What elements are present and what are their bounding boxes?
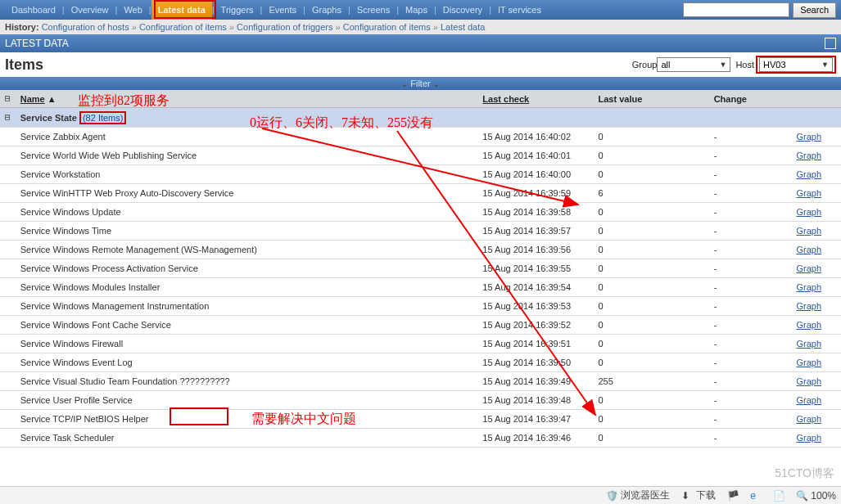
cell-value: 0 [594,316,709,335]
graph-link[interactable]: Graph [796,132,821,142]
cell-name: Service Windows Management Instrumentati… [16,297,478,316]
cell-change: - [709,203,792,222]
page-heading: Items [5,56,43,74]
cell-check: 15 Aug 2014 16:40:02 [477,128,593,146]
cell-value: 0 [594,297,709,316]
graph-link[interactable]: Graph [796,151,821,160]
cell-change: - [709,316,792,335]
table-row: Service TCP/IP NetBIOS Helper15 Aug 2014… [0,410,841,429]
flag-icon[interactable]: 🏴 [727,490,739,502]
graph-link[interactable]: Graph [796,301,821,311]
history-link[interactable]: Configuration of items [139,22,227,32]
history-link[interactable]: Configuration of triggers [237,22,332,32]
cell-name: Service WinHTTP Web Proxy Auto-Discovery… [16,184,478,203]
table-row: Service Task Scheduler15 Aug 2014 16:39:… [0,429,841,448]
cell-check: 15 Aug 2014 16:39:51 [477,335,593,353]
graph-link[interactable]: Graph [796,169,821,179]
col-value-header: Last value [599,94,643,104]
cell-change: - [709,410,792,429]
table-row: Service Windows Time15 Aug 2014 16:39:57… [0,222,841,241]
graph-link[interactable]: Graph [796,263,821,273]
cell-name: Service Visual Studio Team Foundation ??… [16,372,478,391]
nav-item-screens[interactable]: Screens [350,0,396,20]
col-change-header: Change [714,94,747,104]
graph-link[interactable]: Graph [796,414,821,424]
nav-item-latest-data[interactable]: Latest data [151,0,212,20]
ie-icon[interactable]: e [750,490,762,502]
download-icon: ⬇ [681,490,693,502]
graph-link[interactable]: Graph [796,226,821,236]
nav-item-dashboard[interactable]: Dashboard [5,0,62,20]
cell-change: - [709,241,792,259]
cell-check: 15 Aug 2014 16:39:47 [477,410,593,429]
collapse-all-icon[interactable]: ⊟ [5,93,11,104]
graph-link[interactable]: Graph [796,433,821,443]
cell-change: - [709,297,792,316]
cell-check: 15 Aug 2014 16:39:59 [477,184,593,203]
graph-link[interactable]: Graph [796,320,821,330]
cell-value: 0 [594,429,709,448]
nav-item-it-services[interactable]: IT services [491,0,548,20]
graph-link[interactable]: Graph [796,339,821,349]
graph-link[interactable]: Graph [796,376,821,386]
group-label: Group [632,60,658,70]
data-table: ⊟ Name ▲ Last check Last value Change ⊟ … [0,90,841,448]
graph-link[interactable]: Graph [796,207,821,217]
history-label: History: [5,22,39,32]
cell-check: 15 Aug 2014 16:39:53 [477,297,593,316]
history-link[interactable]: Configuration of hosts [42,22,129,32]
nav-item-events[interactable]: Events [262,0,303,20]
graph-link[interactable]: Graph [796,245,821,254]
status-bar: 🛡️ 浏览器医生 ⬇ 下载 🏴 e 📄 🔍 100% [0,486,841,504]
nav-item-graphs[interactable]: Graphs [305,0,348,20]
graph-link[interactable]: Graph [796,188,821,198]
nav-item-web[interactable]: Web [117,0,148,20]
cell-check: 15 Aug 2014 16:39:57 [477,222,593,241]
cell-check: 15 Aug 2014 16:40:01 [477,146,593,165]
group-select[interactable]: all ▼ [657,57,730,72]
host-select[interactable]: HV03 ▼ [759,57,833,72]
cell-name: Service Windows Modules Installer [16,278,478,297]
nav-item-triggers[interactable]: Triggers [215,0,260,20]
nav-item-maps[interactable]: Maps [399,0,434,20]
collapse-icon[interactable]: ⊟ [5,112,11,123]
col-name-header[interactable]: Name [20,94,45,104]
status-download[interactable]: ⬇ 下载 [681,488,716,502]
cell-change: - [709,372,792,391]
zoom-indicator[interactable]: 🔍 100% [796,490,836,502]
cell-check: 15 Aug 2014 16:39:58 [477,203,593,222]
graph-link[interactable]: Graph [796,395,821,405]
nav-item-discovery[interactable]: Discovery [436,0,489,20]
table-row: Service Visual Studio Team Foundation ??… [0,372,841,391]
cell-name: Service User Profile Service [16,391,478,410]
cell-value: 6 [594,184,709,203]
filter-toggle[interactable]: ⌄ Filter ⌄ [0,77,841,90]
cell-check: 15 Aug 2014 16:39:54 [477,278,593,297]
table-row: Service Windows Process Activation Servi… [0,259,841,278]
cell-name: Service Windows Firewall [16,335,478,353]
status-browser-doctor[interactable]: 🛡️ 浏览器医生 [606,488,670,502]
table-row: Service Zabbix Agent15 Aug 2014 16:40:02… [0,128,841,146]
col-check-header[interactable]: Last check [482,94,529,104]
table-row: Service WinHTTP Web Proxy Auto-Discovery… [0,184,841,203]
host-label: Host [735,60,754,70]
host-select-highlight: HV03 ▼ [756,56,836,74]
history-link[interactable]: Latest data [441,22,485,32]
search-button[interactable]: Search [793,2,836,18]
cell-value: 0 [594,259,709,278]
cell-change: - [709,353,792,372]
cell-name: Service Windows Update [16,203,478,222]
cell-value: 0 [594,410,709,429]
search-input[interactable] [683,2,789,17]
graph-link[interactable]: Graph [796,282,821,292]
cell-check: 15 Aug 2014 16:39:50 [477,353,593,372]
graph-link[interactable]: Graph [796,358,821,367]
cell-change: - [709,278,792,297]
compat-icon[interactable]: 📄 [773,490,784,502]
history-link[interactable]: Configuration of items [343,22,431,32]
cell-value: 0 [594,165,709,184]
watermark: 51CTO博客 [775,466,834,481]
fullscreen-icon[interactable] [825,38,836,49]
nav-item-overview[interactable]: Overview [65,0,115,20]
cell-change: - [709,146,792,165]
